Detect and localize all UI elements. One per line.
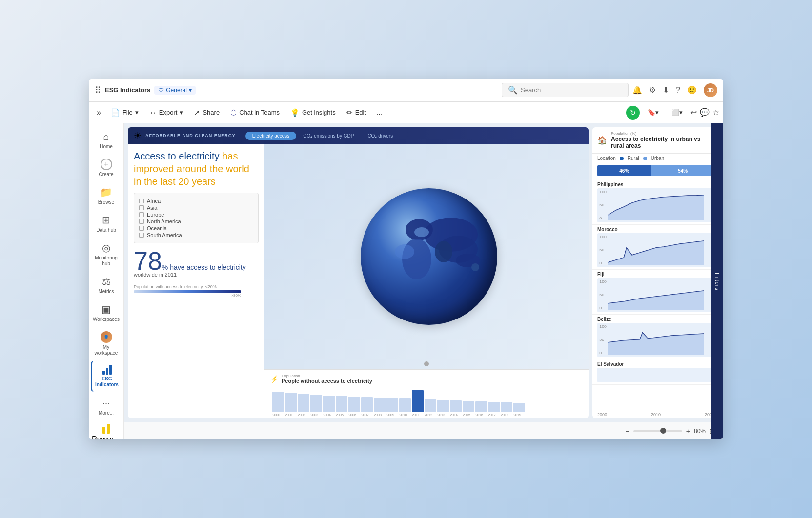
zoom-percentage: 80% bbox=[694, 428, 706, 435]
sidebar-item-metrics[interactable]: ⚖ Metrics bbox=[91, 272, 122, 299]
globe-container bbox=[274, 149, 584, 364]
bar-2007[interactable] bbox=[361, 397, 373, 412]
bar-2016[interactable] bbox=[475, 401, 487, 412]
share-button[interactable]: ↗ Share bbox=[189, 106, 224, 120]
globe bbox=[361, 188, 497, 325]
bar-2006[interactable] bbox=[348, 397, 360, 412]
teams-icon: ⬡ bbox=[230, 108, 237, 117]
zoom-thumb[interactable] bbox=[660, 428, 666, 434]
sidebar-item-create[interactable]: + Create bbox=[91, 155, 122, 181]
toolbar-expand-btn[interactable]: » bbox=[93, 106, 105, 119]
rural-dot bbox=[620, 157, 624, 160]
svg-text:50: 50 bbox=[599, 202, 604, 207]
settings-icon[interactable]: ⚙ bbox=[649, 85, 656, 95]
sidebar-item-more[interactable]: ··· More... bbox=[91, 394, 122, 420]
share-icon: ↗ bbox=[194, 108, 200, 117]
bar-2017[interactable] bbox=[488, 402, 500, 412]
stat-section: 78% have access to electricity worldwide… bbox=[134, 248, 259, 278]
zoom-minus-btn[interactable]: − bbox=[626, 427, 629, 435]
chart-philippines: Philippines 100 50 0 bbox=[592, 180, 719, 225]
region-africa[interactable]: Africa bbox=[139, 198, 253, 204]
sp-titles: Population (%) Access to electricity in … bbox=[611, 131, 714, 149]
comment-icon[interactable]: 💬 bbox=[700, 108, 710, 117]
edit-icon: ✏ bbox=[346, 108, 353, 117]
search-input[interactable] bbox=[521, 86, 618, 94]
bar-2014[interactable] bbox=[450, 400, 462, 412]
avatar[interactable]: JD bbox=[704, 83, 717, 97]
sidebar-item-home[interactable]: ⌂ Home bbox=[91, 127, 122, 154]
bar-2019[interactable] bbox=[513, 403, 525, 412]
apps-icon[interactable]: ⠿ bbox=[95, 85, 101, 96]
file-button[interactable]: 📄 File ▾ bbox=[106, 106, 143, 120]
bar-2003[interactable] bbox=[310, 395, 322, 412]
bookmark-button[interactable]: 🔖▾ bbox=[643, 106, 664, 119]
report-area: ☀ AFFORDABLE AND CLEAN ENERGY Electricit… bbox=[124, 123, 723, 439]
region-oceania[interactable]: Oceania bbox=[139, 225, 253, 231]
title-bar: ⠿ ESG Indicators 🛡 General ▾ 🔍 🔔 ⚙ ⬇ ? 🙂… bbox=[89, 79, 723, 102]
esg-icon bbox=[102, 365, 112, 375]
region-asia[interactable]: Asia bbox=[139, 205, 253, 211]
bar-2009[interactable] bbox=[386, 398, 398, 412]
sidebar-item-browse[interactable]: 📁 Browse bbox=[91, 182, 122, 209]
chat-in-teams-button[interactable]: ⬡ Chat in Teams bbox=[225, 106, 284, 120]
download-icon[interactable]: ⬇ bbox=[663, 85, 669, 95]
undo-icon[interactable]: ↩ bbox=[690, 108, 697, 117]
help-icon[interactable]: ? bbox=[676, 86, 680, 95]
export-button[interactable]: ↔ Export ▾ bbox=[144, 106, 188, 119]
edit-button[interactable]: ✏ Edit bbox=[342, 106, 371, 120]
channel-badge[interactable]: 🛡 General ▾ bbox=[154, 86, 196, 95]
bar-2012[interactable] bbox=[425, 399, 436, 412]
bar-2000[interactable] bbox=[272, 392, 284, 412]
tab-co2-drivers[interactable]: CO₂ drivers bbox=[361, 132, 400, 140]
tab-co2-gdp[interactable]: CO₂ emissions by GDP bbox=[296, 132, 361, 140]
urban-dot bbox=[643, 157, 647, 160]
insights-icon: 💡 bbox=[290, 108, 300, 117]
bar-2002[interactable] bbox=[298, 394, 309, 412]
sidebar-item-powerbi[interactable]: Power BI bbox=[89, 421, 123, 439]
region-europe[interactable]: Europe bbox=[139, 212, 253, 218]
svg-point-4 bbox=[414, 227, 429, 237]
bar-2004[interactable] bbox=[323, 396, 335, 412]
chevron-down-icon: ▾ bbox=[180, 109, 183, 116]
tab-electricity-access[interactable]: Electricity access bbox=[245, 132, 297, 140]
sun-icon: ☀ bbox=[134, 130, 142, 141]
view-button[interactable]: ⬜▾ bbox=[667, 106, 688, 119]
bar-2010[interactable] bbox=[399, 398, 411, 412]
sidebar-item-workspaces[interactable]: ▣ Workspaces bbox=[91, 299, 122, 326]
sidebar-item-esg[interactable]: ESG Indicators bbox=[91, 361, 122, 392]
bottom-chart-label-small: Population bbox=[282, 374, 372, 378]
toolbar-right: ↻ 🔖▾ ⬜▾ ↩ 💬 ☆ bbox=[626, 106, 719, 120]
region-south-america[interactable]: South America bbox=[139, 232, 253, 238]
more-options-button[interactable]: ... bbox=[372, 106, 387, 119]
mini-chart-el-salvador bbox=[597, 368, 714, 382]
shield-icon: 🛡 bbox=[158, 87, 164, 94]
star-icon[interactable]: ☆ bbox=[712, 108, 719, 117]
bar-2013[interactable] bbox=[437, 400, 449, 412]
bell-icon[interactable]: 🔔 bbox=[632, 85, 642, 95]
bar-2011[interactable] bbox=[412, 390, 424, 412]
sp-mini-charts[interactable]: Philippines 100 50 0 bbox=[592, 178, 719, 411]
zoom-plus-btn[interactable]: + bbox=[686, 427, 690, 435]
get-insights-button[interactable]: 💡 Get insights bbox=[285, 106, 341, 120]
sp-legend: Location Rural Urban bbox=[592, 154, 719, 163]
zoom-slider[interactable] bbox=[633, 430, 682, 432]
sidebar-item-monitoring[interactable]: ◎ Monitoring hub bbox=[91, 238, 122, 271]
bar-2008[interactable] bbox=[374, 398, 386, 412]
viz-map[interactable]: ⚡ Population People without access to el… bbox=[264, 144, 589, 418]
svg-text:0: 0 bbox=[599, 260, 602, 265]
search-box[interactable]: 🔍 bbox=[502, 83, 629, 97]
bar-2015[interactable] bbox=[463, 401, 474, 412]
emoji-icon[interactable]: 🙂 bbox=[687, 85, 697, 95]
sidebar-item-datahub[interactable]: ⊞ Data hub bbox=[91, 210, 122, 237]
filters-panel-toggle[interactable]: Filters bbox=[711, 123, 723, 422]
bar-2018[interactable] bbox=[501, 402, 512, 412]
refresh-button[interactable]: ↻ bbox=[626, 106, 640, 120]
bar-2005[interactable] bbox=[336, 396, 347, 412]
sp-x-axis: 2000 2010 2020 bbox=[592, 411, 719, 418]
svg-text:100: 100 bbox=[599, 324, 607, 329]
scroll-indicator bbox=[424, 361, 429, 366]
chevron-down-icon: ▾ bbox=[189, 87, 192, 94]
bar-2001[interactable] bbox=[285, 393, 297, 412]
sidebar-item-my-workspace[interactable]: 👤 My workspace bbox=[91, 327, 122, 360]
region-north-america[interactable]: North America bbox=[139, 219, 253, 224]
